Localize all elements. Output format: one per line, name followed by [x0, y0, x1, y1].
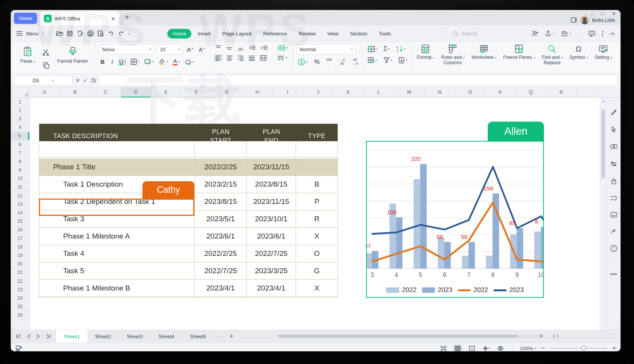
previous-sheet-icon[interactable] — [27, 334, 31, 339]
page-break-view-icon[interactable] — [467, 344, 477, 351]
fill-down-button[interactable]: ▾ — [397, 56, 408, 64]
user-chip[interactable]: Bella Little — [570, 16, 615, 24]
sheet-tab-sheet5[interactable]: Sheet5 — [182, 330, 214, 342]
row-header-13[interactable]: 13 — [11, 200, 29, 209]
plan-end-cell[interactable]: 2023/10/1 — [247, 210, 296, 228]
task-description-cell[interactable]: Task 5 — [39, 262, 195, 280]
ribbon-button-format[interactable]: Format ▾ — [413, 42, 438, 73]
sidebar-toggle-icon[interactable] — [570, 17, 577, 23]
sort-button[interactable]: AZ▾ — [395, 45, 406, 53]
plan-end-cell[interactable]: 2023/4/1 — [247, 280, 296, 297]
underline-button[interactable]: U▾ — [118, 58, 127, 66]
cut-icon[interactable] — [42, 49, 50, 56]
comma-format-button[interactable]: 000， — [325, 57, 333, 67]
open-file-icon[interactable] — [56, 30, 63, 37]
normal-view-icon[interactable] — [453, 344, 462, 351]
document-tab[interactable]: S WPS Office ✕ — [40, 12, 119, 25]
plan-start-cell[interactable]: 2022/2/25 — [195, 159, 247, 176]
fullscreen-view-icon[interactable] — [439, 344, 448, 351]
align-top-button[interactable] — [214, 44, 222, 52]
save-icon[interactable] — [67, 30, 73, 37]
merge-cells-button[interactable]: ▾ — [277, 44, 289, 52]
forward-share-icon[interactable] — [610, 228, 617, 234]
next-sheet-icon[interactable] — [36, 334, 40, 339]
row-header-25[interactable]: 25 — [11, 303, 29, 311]
column-header-D[interactable]: D — [121, 87, 151, 97]
formula-input[interactable] — [99, 75, 617, 86]
task-description-cell[interactable]: Phase 1 Title — [39, 159, 195, 176]
column-header-P[interactable]: P — [485, 87, 516, 97]
plan-start-cell[interactable]: 2022/7/25 — [195, 262, 247, 280]
ribbon-tab-home[interactable]: Home — [167, 29, 191, 38]
redo-icon[interactable] — [118, 31, 124, 37]
plan-end-cell[interactable]: 2023/8/15 — [247, 176, 296, 193]
column-header-N[interactable]: N — [425, 87, 455, 97]
sheet-tab-sheet2[interactable]: Sheet2 — [87, 330, 119, 342]
fill-color-button[interactable]: ▾ — [157, 58, 169, 66]
column-header-K[interactable]: K — [333, 87, 364, 97]
row-header-2[interactable]: 2 — [11, 106, 29, 115]
row-header-11[interactable]: 11 — [11, 183, 29, 192]
task-description-cell[interactable]: Phase 1 Milestone B — [39, 280, 195, 297]
plan-start-cell[interactable]: 2023/2/15 — [195, 176, 247, 193]
format-painter-button[interactable]: Farmat Painter — [54, 44, 91, 72]
type-cell[interactable]: G — [296, 262, 338, 280]
status-box-icon[interactable] — [610, 212, 617, 218]
more-tools-icon[interactable]: » — [128, 31, 130, 37]
export-icon[interactable] — [77, 30, 84, 37]
type-cell[interactable] — [296, 159, 338, 176]
plan-end-cell[interactable]: 2023/11/15 — [247, 193, 296, 210]
row-header-1[interactable]: 1 — [11, 98, 29, 106]
row-header-15[interactable]: 15 — [11, 217, 29, 226]
row-header-12[interactable]: 12 — [11, 192, 29, 200]
plan-start-cell[interactable]: 2023/5/1 — [195, 210, 247, 228]
row-header-21[interactable]: 21 — [11, 269, 29, 277]
sheet-canvas[interactable]: TASK DESCRIPTIONPLANSTARTPLANENDTYPEPhas… — [30, 98, 600, 330]
sheet-tab-sheet4[interactable]: Sheet4 — [151, 330, 182, 342]
task-description-cell[interactable]: Task 4 — [39, 245, 195, 262]
increase-indent-button[interactable] — [259, 44, 269, 52]
ribbon-button-setting[interactable]: Setting ▾ — [591, 42, 616, 73]
row-header-24[interactable]: 24 — [11, 294, 29, 302]
comment-icon[interactable] — [588, 30, 596, 37]
column-header-F[interactable]: F — [181, 87, 212, 97]
sheet-tab-overflow-icon[interactable]: ··· — [218, 333, 226, 339]
more-options-icon[interactable] — [610, 273, 617, 275]
column-header-J[interactable]: J — [303, 87, 333, 97]
plan-end-cell[interactable]: 2023/11/15 — [247, 159, 296, 176]
ribbon-button-symbol[interactable]: ΩSymbol ▾ — [566, 42, 591, 73]
cell-shading-button[interactable]: ▾ — [143, 58, 155, 66]
collapse-ribbon-icon[interactable] — [610, 32, 615, 35]
scroll-up-icon[interactable]: ▲ — [600, 99, 606, 103]
zoom-level[interactable]: 100%▾ — [520, 346, 536, 351]
row-header-16[interactable]: 16 — [11, 226, 29, 234]
chart[interactable]: 345678910371082205656158858 202220232022… — [366, 141, 544, 298]
last-sheet-icon[interactable] — [45, 334, 51, 339]
user-avatar[interactable] — [580, 16, 589, 24]
shrink-font-button[interactable]: A⁻ — [197, 45, 207, 54]
column-header-C[interactable]: C — [90, 87, 121, 97]
ribbon-tab-reference[interactable]: Reference — [258, 29, 292, 38]
task-description-cell[interactable]: Phase 1 Milestone A — [39, 228, 195, 245]
row-header-23[interactable]: 23 — [11, 286, 29, 294]
zoom-slider[interactable] — [550, 348, 607, 349]
row-header-10[interactable]: 10 — [11, 175, 29, 183]
justify-button[interactable] — [248, 54, 256, 62]
type-cell[interactable]: X — [296, 280, 338, 297]
row-header-3[interactable]: 3 — [11, 115, 29, 123]
column-header-H[interactable]: H — [242, 87, 273, 97]
column-header-B[interactable]: B — [60, 87, 90, 97]
ribbon-button-find-and-replace[interactable]: Find and ▾Replace — [538, 42, 566, 73]
split-handle-icon[interactable]: ❙❙ — [552, 333, 559, 338]
align-bottom-button[interactable] — [236, 44, 245, 52]
bold-button[interactable]: B — [99, 58, 106, 66]
plan-end-cell[interactable]: 2023/3/25 — [247, 262, 296, 280]
plan-end-cell[interactable]: 2023/6/1 — [247, 228, 296, 245]
ribbon-tab-tools[interactable]: Tools — [374, 29, 396, 38]
sheet-tab-sheet1[interactable]: Sheet1 — [56, 330, 87, 342]
percent-format-button[interactable]: % — [313, 58, 321, 66]
column-header-O[interactable]: O — [455, 87, 485, 97]
name-box-caret-icon[interactable]: ▾ — [52, 79, 54, 82]
column-header-I[interactable]: I — [273, 87, 303, 97]
plan-start-cell[interactable]: 2023/6/1 — [195, 228, 247, 245]
